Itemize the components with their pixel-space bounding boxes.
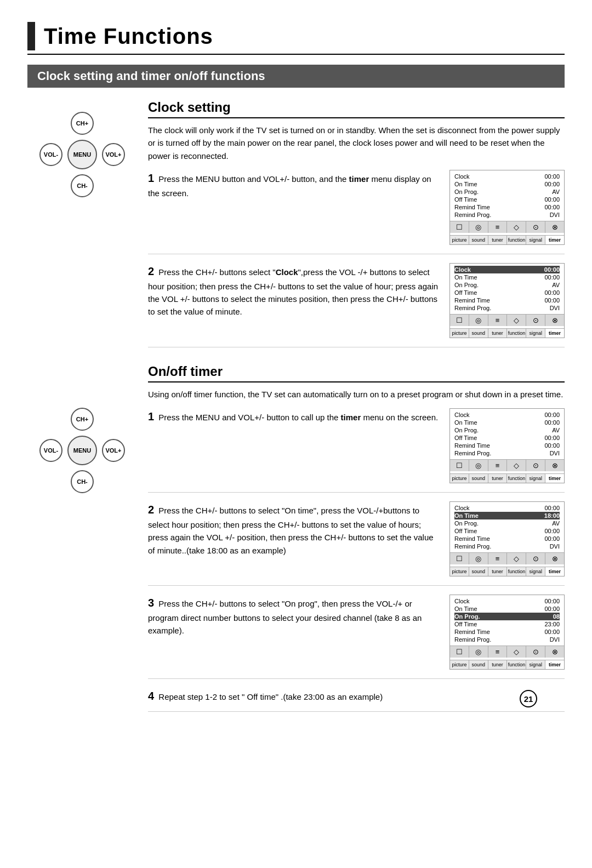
menu-row-onprog-4: On Prog.AV xyxy=(454,519,560,527)
menu-row-onprog-5: On Prog.08 xyxy=(454,613,560,620)
menu-row-remindprog: Remind Prog.DVI xyxy=(454,211,560,219)
onoff-step-2-text: 2 Press the CH+/- buttons to select "On … xyxy=(148,501,441,557)
tab-timer-1[interactable]: timer xyxy=(545,236,564,244)
icon-picture-5[interactable]: ☐ xyxy=(450,646,469,658)
ch-plus-button-2[interactable]: CH+ xyxy=(71,408,94,431)
tab-function-4[interactable]: function xyxy=(507,567,526,576)
icon-timer-5[interactable]: ⊗ xyxy=(545,646,564,658)
icon-function-2[interactable]: ◇ xyxy=(507,315,526,326)
tab-tuner-2[interactable]: tuner xyxy=(488,329,508,338)
page-title-container: Time Functions xyxy=(27,22,565,55)
tab-tuner-1[interactable]: tuner xyxy=(488,236,508,244)
tab-sound-1[interactable]: sound xyxy=(469,236,488,244)
tab-signal-2[interactable]: signal xyxy=(526,329,545,338)
onoff-step-number-1: 1 xyxy=(148,410,154,422)
title-accent xyxy=(27,22,35,50)
tab-signal-1[interactable]: signal xyxy=(526,236,545,244)
icon-signal-2[interactable]: ⊙ xyxy=(526,315,545,326)
clock-step-1-menu: Clock00:00 On Time00:00 On Prog.AV Off T… xyxy=(449,170,565,245)
tab-timer-4[interactable]: timer xyxy=(545,567,564,576)
ch-minus-button-2[interactable]: CH- xyxy=(71,470,94,493)
tab-signal-5[interactable]: signal xyxy=(526,660,545,669)
menu-row-offtime-5: Off Time23:00 xyxy=(454,620,560,628)
menu-row-clock: Clock00:00 xyxy=(454,173,560,180)
tab-function-1[interactable]: function xyxy=(507,236,526,244)
tab-timer-3[interactable]: timer xyxy=(545,474,564,483)
tab-timer-5[interactable]: timer xyxy=(545,660,564,669)
tab-picture-2[interactable]: picture xyxy=(450,329,469,338)
tab-sound-5[interactable]: sound xyxy=(469,660,488,669)
bold-clock: Clock xyxy=(276,267,298,277)
tab-picture-4[interactable]: picture xyxy=(450,567,469,576)
icon-sound-5[interactable]: ◎ xyxy=(469,646,488,658)
icon-timer-2[interactable]: ⊗ xyxy=(545,315,564,326)
icon-sound-2[interactable]: ◎ xyxy=(469,315,488,326)
vol-minus-button-2[interactable]: VOL- xyxy=(39,439,62,462)
vol-minus-button[interactable]: VOL- xyxy=(39,143,62,166)
icon-tuner-5[interactable]: ≡ xyxy=(488,646,508,658)
icon-function-5[interactable]: ◇ xyxy=(507,646,526,658)
tab-sound-3[interactable]: sound xyxy=(469,474,488,483)
menu-row-onprog-2: On Prog.AV xyxy=(454,281,560,289)
main-content: CH+ CH- VOL- VOL+ MENU CH+ CH- VOL- VOL+… xyxy=(27,100,565,718)
tv-menu-2-icons: ☐ ◎ ≡ ◇ ⊙ ⊗ xyxy=(450,314,564,326)
icon-tuner-2[interactable]: ≡ xyxy=(488,315,508,326)
ch-minus-button[interactable]: CH- xyxy=(71,174,94,197)
menu-row-ontime-3: On Time00:00 xyxy=(454,419,560,426)
icon-sound-3[interactable]: ◎ xyxy=(469,460,488,471)
clock-setting-section: Clock setting The clock will only work i… xyxy=(148,100,565,347)
tab-picture-3[interactable]: picture xyxy=(450,474,469,483)
icon-tuner-3[interactable]: ≡ xyxy=(488,460,508,471)
tab-tuner-4[interactable]: tuner xyxy=(488,567,508,576)
tab-function-3[interactable]: function xyxy=(507,474,526,483)
icon-signal[interactable]: ⊙ xyxy=(526,221,545,233)
tab-function-5[interactable]: function xyxy=(507,660,526,669)
icon-tuner[interactable]: ≡ xyxy=(488,221,508,233)
icon-signal-3[interactable]: ⊙ xyxy=(526,460,545,471)
icon-picture-3[interactable]: ☐ xyxy=(450,460,469,471)
menu-row-onprog-3: On Prog.AV xyxy=(454,426,560,434)
icon-signal-4[interactable]: ⊙ xyxy=(526,553,545,564)
tab-signal-3[interactable]: signal xyxy=(526,474,545,483)
tv-menu-3-icons: ☐ ◎ ≡ ◇ ⊙ ⊗ xyxy=(450,459,564,471)
tab-timer-2[interactable]: timer xyxy=(545,329,564,338)
tv-menu-4-tabs: picture sound tuner function signal time… xyxy=(450,567,564,576)
vol-plus-button-2[interactable]: VOL+ xyxy=(102,439,125,462)
icon-picture-4[interactable]: ☐ xyxy=(450,553,469,564)
menu-button-2[interactable]: MENU xyxy=(67,436,97,465)
tv-menu-3-tabs: picture sound tuner function signal time… xyxy=(450,473,564,483)
tab-tuner-5[interactable]: tuner xyxy=(488,660,508,669)
icon-sound[interactable]: ◎ xyxy=(469,221,488,233)
left-column: CH+ CH- VOL- VOL+ MENU CH+ CH- VOL- VOL+… xyxy=(27,100,137,718)
icon-timer-4[interactable]: ⊗ xyxy=(545,553,564,564)
icon-picture[interactable]: ☐ xyxy=(450,221,469,233)
right-column: Clock setting The clock will only work i… xyxy=(137,100,565,718)
ch-plus-button[interactable]: CH+ xyxy=(71,112,94,135)
tv-menu-1: Clock00:00 On Time00:00 On Prog.AV Off T… xyxy=(449,170,565,245)
icon-function[interactable]: ◇ xyxy=(507,221,526,233)
vol-plus-button[interactable]: VOL+ xyxy=(102,143,125,166)
menu-row-offtime-3: Off Time00:00 xyxy=(454,434,560,442)
icon-picture-2[interactable]: ☐ xyxy=(450,315,469,326)
menu-row-remindprog-2: Remind Prog.DVI xyxy=(454,304,560,312)
onoff-step-1-menu: Clock00:00 On Time00:00 On Prog.AV Off T… xyxy=(449,408,565,483)
menu-button[interactable]: MENU xyxy=(67,140,97,169)
icon-sound-4[interactable]: ◎ xyxy=(469,553,488,564)
icon-tuner-4[interactable]: ≡ xyxy=(488,553,508,564)
tab-sound-2[interactable]: sound xyxy=(469,329,488,338)
tab-sound-4[interactable]: sound xyxy=(469,567,488,576)
icon-signal-5[interactable]: ⊙ xyxy=(526,646,545,658)
tab-tuner-3[interactable]: tuner xyxy=(488,474,508,483)
icon-function-3[interactable]: ◇ xyxy=(507,460,526,471)
tab-picture-5[interactable]: picture xyxy=(450,660,469,669)
bold-timer-1: timer xyxy=(349,174,369,184)
tab-picture-1[interactable]: picture xyxy=(450,236,469,244)
onoff-step-3: 3 Press the CH+/- buttons to select "On … xyxy=(148,595,565,679)
tv-menu-1-icons: ☐ ◎ ≡ ◇ ⊙ ⊗ xyxy=(450,221,564,233)
tab-signal-4[interactable]: signal xyxy=(526,567,545,576)
tv-menu-2-body: Clock00:00 On Time00:00 On Prog.AV Off T… xyxy=(450,264,564,314)
icon-function-4[interactable]: ◇ xyxy=(507,553,526,564)
icon-timer[interactable]: ⊗ xyxy=(545,221,564,233)
tab-function-2[interactable]: function xyxy=(507,329,526,338)
icon-timer-3[interactable]: ⊗ xyxy=(545,460,564,471)
